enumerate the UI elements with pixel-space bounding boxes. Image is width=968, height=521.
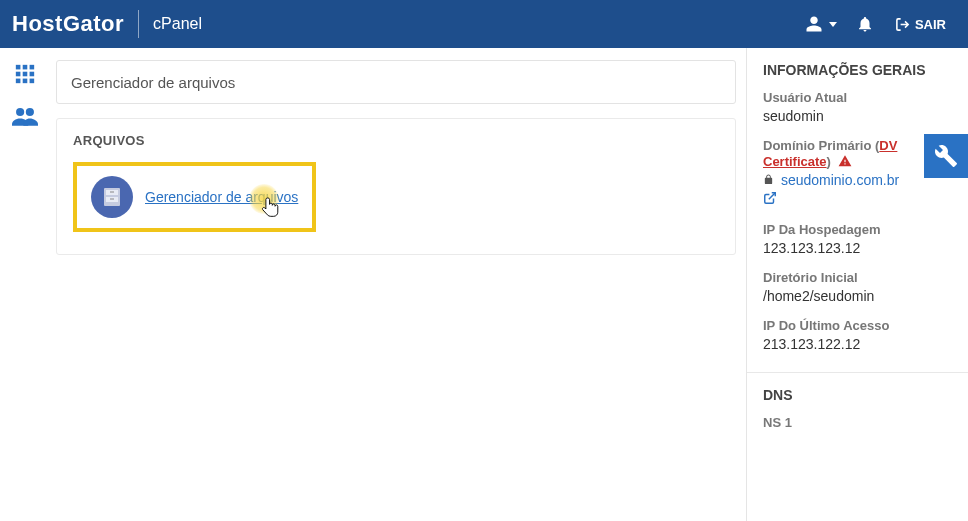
user-value: seudomin <box>763 108 952 124</box>
svg-rect-4 <box>16 72 21 77</box>
logo-divider <box>138 10 139 38</box>
brand-logo: HostGator <box>12 11 124 37</box>
lastip-label: IP Do Último Acesso <box>763 318 952 333</box>
ip-value: 123.123.123.12 <box>763 240 952 256</box>
bell-icon <box>856 15 874 33</box>
files-panel: ARQUIVOS Gerenciador de arquivos <box>56 118 736 255</box>
svg-line-17 <box>769 193 775 199</box>
caret-down-icon <box>829 22 837 27</box>
users-icon <box>12 106 38 126</box>
ns1-label: NS 1 <box>763 415 952 430</box>
external-link-icon[interactable] <box>763 191 777 208</box>
warning-icon <box>838 153 852 169</box>
panel-title: ARQUIVOS <box>73 133 719 148</box>
svg-rect-9 <box>30 79 35 84</box>
svg-rect-5 <box>23 72 28 77</box>
ip-label: IP Da Hospedagem <box>763 222 952 237</box>
file-manager-item[interactable]: Gerenciador de arquivos <box>73 162 316 232</box>
svg-rect-15 <box>110 192 114 193</box>
svg-rect-8 <box>23 79 28 84</box>
svg-point-11 <box>26 108 34 116</box>
file-cabinet-icon <box>100 185 124 209</box>
header-bar: HostGator cPanel SAIR <box>0 0 968 48</box>
file-manager-icon-bg <box>91 176 133 218</box>
lock-icon <box>763 172 778 188</box>
tools-tab[interactable] <box>924 134 968 178</box>
logout-icon <box>895 17 910 32</box>
left-nav <box>0 48 50 521</box>
svg-rect-16 <box>110 199 114 200</box>
svg-rect-3 <box>30 65 35 70</box>
domain-link[interactable]: seudominio.com.br <box>781 172 899 188</box>
grid-icon <box>14 63 36 85</box>
search-text: Gerenciador de arquivos <box>71 74 235 91</box>
svg-point-10 <box>16 108 24 116</box>
logout-button[interactable]: SAIR <box>885 0 956 48</box>
nav-users[interactable] <box>9 104 41 128</box>
product-name: cPanel <box>153 15 202 33</box>
home-label: Diretório Inicial <box>763 270 952 285</box>
dns-section: DNS NS 1 <box>747 373 968 439</box>
svg-rect-1 <box>16 65 21 70</box>
info-sidebar: INFORMAÇÕES GERAIS Usuário Atual seudomi… <box>746 48 968 521</box>
svg-rect-6 <box>30 72 35 77</box>
lastip-value: 213.123.122.12 <box>763 336 952 352</box>
logout-label: SAIR <box>915 17 946 32</box>
user-icon <box>805 15 823 33</box>
file-manager-link: Gerenciador de arquivos <box>145 189 298 205</box>
search-input[interactable]: Gerenciador de arquivos <box>56 60 736 104</box>
general-heading: INFORMAÇÕES GERAIS <box>763 62 952 78</box>
home-value: /home2/seudomin <box>763 288 952 304</box>
svg-rect-2 <box>23 65 28 70</box>
main-content: Gerenciador de arquivos ARQUIVOS Gerenci… <box>50 48 746 521</box>
wrench-icon <box>934 144 958 168</box>
nav-apps[interactable] <box>9 62 41 86</box>
user-menu[interactable] <box>797 0 845 48</box>
user-label: Usuário Atual <box>763 90 952 105</box>
notifications-button[interactable] <box>845 0 885 48</box>
general-section: INFORMAÇÕES GERAIS Usuário Atual seudomi… <box>747 48 968 373</box>
svg-rect-7 <box>16 79 21 84</box>
dns-heading: DNS <box>763 387 952 403</box>
